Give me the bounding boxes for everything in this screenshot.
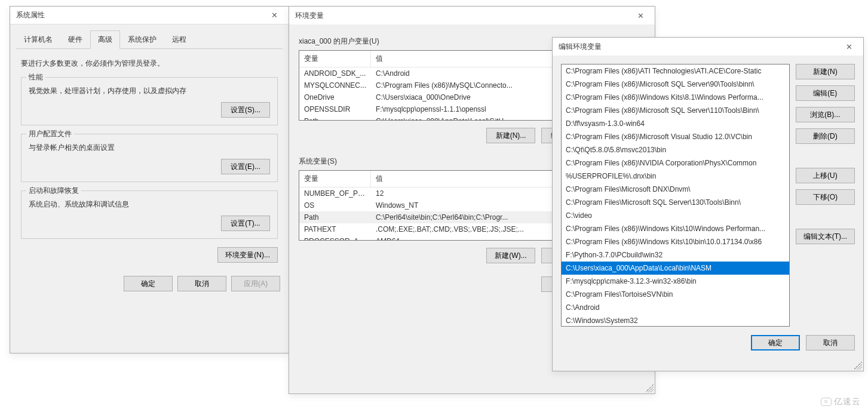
cell-variable: Path xyxy=(299,211,371,223)
path-delete-button[interactable]: 删除(D) xyxy=(796,128,855,144)
cell-variable: MYSQLCONNEC... xyxy=(299,79,371,91)
user-profile-title: 用户配置文件 xyxy=(26,129,74,139)
list-item[interactable]: F:\mysqlcpp\cmake-3.12.3-win32-x86\bin xyxy=(562,275,789,288)
list-item[interactable]: D:\ff\vsyasm-1.3.0-win64 xyxy=(562,117,789,130)
resize-grip-icon[interactable] xyxy=(645,384,654,392)
list-item[interactable]: C:\Windows\System32 xyxy=(562,314,789,327)
performance-desc: 视觉效果，处理器计划，内存使用，以及虚拟内存 xyxy=(29,86,270,96)
cell-variable: NUMBER_OF_PR... xyxy=(299,187,371,199)
env-vars-button[interactable]: 环境变量(N)... xyxy=(217,247,278,263)
list-item[interactable]: C:\Program Files (x86)\Microsoft SQL Ser… xyxy=(562,104,789,117)
list-item[interactable]: C:\video xyxy=(562,209,789,222)
performance-group: 性能 视觉效果，处理器计划，内存使用，以及虚拟内存 设置(S)... xyxy=(21,77,278,125)
list-item[interactable]: C:\Users\xiaca_000\AppData\Local\bin\NAS… xyxy=(562,262,789,275)
envvars-titlebar: 环境变量 ✕ xyxy=(289,7,655,24)
list-item[interactable]: C:\Program Files (x86)\Windows Kits\10\b… xyxy=(562,235,789,248)
close-icon[interactable]: ✕ xyxy=(262,7,286,24)
path-new-button[interactable]: 新建(N) xyxy=(796,64,855,79)
sysprops-ok-button[interactable]: 确定 xyxy=(124,276,173,291)
user-profile-desc: 与登录帐户相关的桌面设置 xyxy=(29,143,270,153)
sysprops-cancel-button[interactable]: 取消 xyxy=(177,276,226,291)
user-profile-settings-button[interactable]: 设置(E)... xyxy=(221,159,270,174)
path-move-down-button[interactable]: 下移(O) xyxy=(796,189,855,205)
watermark-logo-icon xyxy=(821,398,832,406)
list-item[interactable]: C:\Qt\Qt5.8.0\5.8\msvc2013\bin xyxy=(562,143,789,156)
sysprops-apply-button[interactable]: 应用(A) xyxy=(231,276,280,291)
list-item[interactable]: C:\Program Files (x86)\NVIDIA Corporatio… xyxy=(562,156,789,170)
resize-grip-icon[interactable] xyxy=(854,361,862,370)
list-item[interactable]: C:\Program Files\TortoiseSVN\bin xyxy=(562,288,789,301)
performance-settings-button[interactable]: 设置(S)... xyxy=(221,102,270,118)
cell-variable: OneDrive xyxy=(299,91,371,103)
path-move-up-button[interactable]: 上移(U) xyxy=(796,168,855,183)
list-item[interactable]: C:\Program Files\Microsoft SQL Server\13… xyxy=(562,196,789,209)
header-variable[interactable]: 变量 xyxy=(299,51,371,67)
list-item[interactable]: C:\Program Files\Microsoft DNX\Dnvm\ xyxy=(562,183,789,196)
cell-variable: PATHEXT xyxy=(299,223,371,235)
admin-hint: 要进行大多数更改，你必须作为管理员登录。 xyxy=(21,59,278,69)
editenv-titlebar: 编辑环境变量 ✕ xyxy=(553,38,863,56)
tab-remote[interactable]: 远程 xyxy=(164,30,194,49)
close-icon[interactable]: ✕ xyxy=(628,7,652,24)
startup-recovery-settings-button[interactable]: 设置(T)... xyxy=(221,216,270,231)
sysprops-title: 系统属性 xyxy=(16,10,45,20)
system-properties-dialog: 系统属性 ✕ 计算机名 硬件 高级 系统保护 远程 要进行大多数更改，你必须作为… xyxy=(10,6,289,353)
startup-recovery-title: 启动和故障恢复 xyxy=(26,186,81,196)
cell-variable: Path xyxy=(299,115,371,121)
close-icon[interactable]: ✕ xyxy=(837,38,861,56)
watermark-text: 亿速云 xyxy=(834,396,861,407)
sysprops-tabs: 计算机名 硬件 高级 系统保护 远程 xyxy=(16,30,283,49)
startup-recovery-desc: 系统启动、系统故障和调试信息 xyxy=(29,199,270,210)
edit-env-dialog: 编辑环境变量 ✕ C:\Program Files (x86)\ATI Tech… xyxy=(552,37,864,371)
cell-variable: OS xyxy=(299,199,371,211)
tab-system-protection[interactable]: 系统保护 xyxy=(120,30,164,49)
tab-hardware[interactable]: 硬件 xyxy=(60,30,90,49)
cell-variable: OPENSSLDIR xyxy=(299,103,371,115)
tab-computer-name[interactable]: 计算机名 xyxy=(16,30,60,49)
path-edit-button[interactable]: 编辑(E) xyxy=(796,85,855,101)
list-item[interactable]: C:\Android xyxy=(562,301,789,314)
editenv-title: 编辑环境变量 xyxy=(559,42,602,52)
watermark: 亿速云 xyxy=(821,396,861,407)
list-item[interactable]: C:\Program Files (x86)\Windows Kits\8.1\… xyxy=(562,91,789,104)
startup-recovery-group: 启动和故障恢复 系统启动、系统故障和调试信息 设置(T)... xyxy=(21,190,278,239)
list-item[interactable]: C:\Program Files (x86)\Windows Kits\10\W… xyxy=(562,222,789,235)
header-variable[interactable]: 变量 xyxy=(299,171,371,187)
performance-title: 性能 xyxy=(26,72,45,82)
list-item[interactable]: C:\Program Files (x86)\ATI Technologies\… xyxy=(562,64,789,78)
path-browse-button[interactable]: 浏览(B)... xyxy=(796,107,855,122)
tab-advanced[interactable]: 高级 xyxy=(90,30,120,49)
list-item[interactable]: C:\Program Files (x86)\Microsoft SQL Ser… xyxy=(562,78,789,91)
cell-variable: PROCESSOR_AR... xyxy=(299,235,371,241)
list-item[interactable]: C:\Program Files (x86)\Microsoft Visual … xyxy=(562,130,789,143)
sys-new-button[interactable]: 新建(W)... xyxy=(486,248,535,263)
path-list[interactable]: C:\Program Files (x86)\ATI Technologies\… xyxy=(561,64,790,327)
user-profile-group: 用户配置文件 与登录帐户相关的桌面设置 设置(E)... xyxy=(21,134,278,182)
cell-variable: ANDROID_SDK_... xyxy=(299,67,371,79)
sysprops-titlebar: 系统属性 ✕ xyxy=(10,7,289,24)
envvars-title: 环境变量 xyxy=(295,11,324,21)
path-edit-text-button[interactable]: 编辑文本(T)... xyxy=(796,229,855,244)
list-item[interactable]: F:\Python-3.7.0\PCbuild\win32 xyxy=(562,248,789,262)
list-item[interactable]: %USERPROFILE%\.dnx\bin xyxy=(562,170,789,183)
editenv-cancel-button[interactable]: 取消 xyxy=(806,335,855,350)
user-new-button[interactable]: 新建(N)... xyxy=(486,128,535,143)
editenv-ok-button[interactable]: 确定 xyxy=(751,335,800,350)
